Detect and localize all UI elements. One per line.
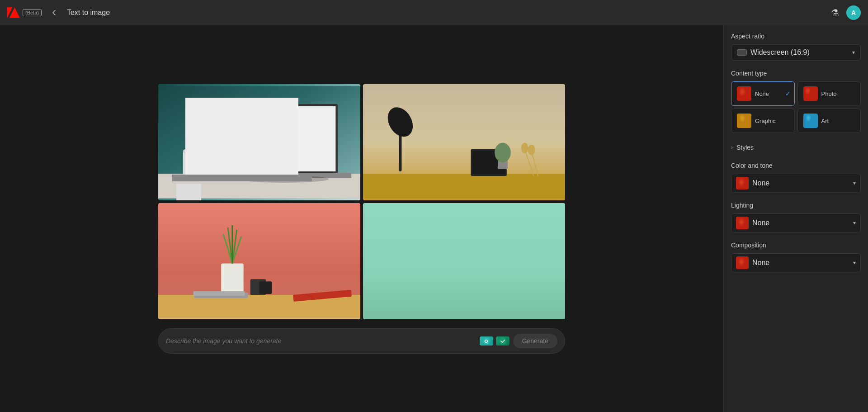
back-arrow-icon <box>51 9 58 16</box>
graphic-label: Graphic <box>755 118 776 124</box>
composition-dropdown[interactable]: None ▾ <box>731 253 861 272</box>
svg-rect-5 <box>183 151 208 178</box>
check-icon: ✓ <box>785 90 791 97</box>
avatar[interactable]: A <box>846 5 861 20</box>
adobe-logo: (Beta) <box>7 6 42 19</box>
svg-point-19 <box>528 144 535 155</box>
svg-point-34 <box>483 337 490 345</box>
generate-button[interactable]: Generate <box>513 334 557 348</box>
generated-image-4[interactable] <box>363 203 565 319</box>
composition-chevron-icon: ▾ <box>853 260 856 266</box>
photo-thumb-icon <box>803 86 818 101</box>
svg-rect-29 <box>259 281 272 294</box>
styles-label: Styles <box>736 144 754 151</box>
svg-rect-2 <box>226 104 338 174</box>
color-tone-value: None <box>752 179 769 187</box>
header: (Beta) Text to image ⚗ A <box>0 0 868 25</box>
art-label: Art <box>821 118 829 124</box>
svg-rect-3 <box>228 106 335 171</box>
page-title: Text to image <box>67 9 110 17</box>
none-label: None <box>755 90 769 97</box>
generated-image-2[interactable] <box>363 84 565 200</box>
content-type-grid: None ✓ Photo Graphic Art <box>731 81 861 133</box>
aspect-ratio-section: Aspect ratio Widescreen (16:9) ▾ <box>731 33 861 61</box>
composition-value: None <box>752 259 769 267</box>
expand-icon: › <box>731 144 733 151</box>
composition-section: Composition None ▾ <box>731 242 861 272</box>
svg-point-6 <box>183 147 208 155</box>
content-type-photo[interactable]: Photo <box>797 81 861 106</box>
right-panel: Aspect ratio Widescreen (16:9) ▾ Content… <box>723 25 868 412</box>
flask-icon[interactable]: ⚗ <box>831 7 839 18</box>
beta-badge: (Beta) <box>23 9 42 16</box>
aspect-ratio-label: Aspect ratio <box>731 33 861 40</box>
widescreen-icon <box>737 49 747 56</box>
svg-rect-0 <box>158 86 360 198</box>
content-type-none[interactable]: None ✓ <box>731 81 795 106</box>
svg-rect-33 <box>363 205 565 317</box>
composition-icon <box>736 256 749 269</box>
svg-point-15 <box>495 142 511 162</box>
lighting-chevron-icon: ▾ <box>853 220 856 226</box>
color-tone-dropdown[interactable]: None ▾ <box>731 174 861 193</box>
styles-row[interactable]: › Styles <box>731 142 861 153</box>
lighting-section: Lighting None ▾ <box>731 202 861 232</box>
grammarly-icon-2 <box>496 336 509 346</box>
aspect-ratio-dropdown[interactable]: Widescreen (16:9) ▾ <box>731 44 861 61</box>
photo-label: Photo <box>821 90 837 97</box>
svg-rect-4 <box>212 173 351 178</box>
prompt-input[interactable] <box>166 337 476 345</box>
svg-rect-1 <box>158 174 360 199</box>
image-scene-4 <box>363 203 565 319</box>
content-type-section: Content type None ✓ Photo Graphic <box>731 70 861 133</box>
art-thumb-icon <box>803 114 818 128</box>
generated-image-1[interactable] <box>158 84 360 200</box>
aspect-ratio-value: Widescreen (16:9) <box>750 48 810 57</box>
content-type-label: Content type <box>731 70 861 77</box>
generated-image-3[interactable] <box>158 203 360 319</box>
image-scene-3 <box>158 203 360 319</box>
image-grid <box>158 84 565 319</box>
lighting-label: Lighting <box>731 202 861 209</box>
graphic-thumb-icon <box>737 114 751 128</box>
lighting-value: None <box>752 219 769 227</box>
color-tone-label: Color and tone <box>731 162 861 169</box>
styles-section: › Styles <box>731 142 861 153</box>
color-tone-section: Color and tone None ▾ <box>731 162 861 193</box>
color-tone-chevron-icon: ▾ <box>853 180 856 186</box>
svg-rect-22 <box>221 263 244 295</box>
chevron-down-icon: ▾ <box>852 49 855 56</box>
back-button[interactable] <box>47 7 61 18</box>
svg-rect-31 <box>193 291 245 296</box>
svg-point-35 <box>499 337 506 345</box>
prompt-bar: Generate <box>158 328 565 354</box>
image-scene-2 <box>363 84 565 200</box>
image-scene-1 <box>158 84 360 200</box>
svg-point-7 <box>239 175 329 183</box>
header-actions: ⚗ A <box>831 5 861 20</box>
grammarly-icon-1 <box>480 336 493 346</box>
color-tone-icon <box>736 177 749 189</box>
svg-point-18 <box>521 142 528 153</box>
lighting-dropdown[interactable]: None ▾ <box>731 213 861 232</box>
main-area: Generate Aspect ratio Widescreen (16:9) … <box>0 25 868 412</box>
adobe-logo-icon <box>7 6 20 19</box>
composition-label: Composition <box>731 242 861 249</box>
canvas-area: Generate <box>0 25 723 412</box>
svg-rect-9 <box>363 174 565 199</box>
content-type-graphic[interactable]: Graphic <box>731 109 795 133</box>
lighting-icon <box>736 217 749 229</box>
prompt-icons <box>480 336 509 346</box>
none-thumb-icon <box>737 86 751 101</box>
content-type-art[interactable]: Art <box>797 109 861 133</box>
